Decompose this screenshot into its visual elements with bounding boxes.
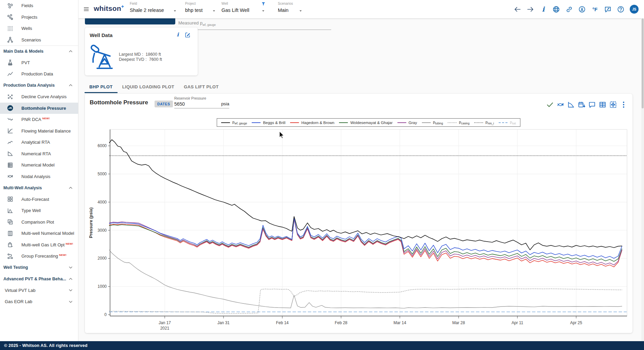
decline-plot-icon[interactable] [567,101,575,109]
legend-item-gray[interactable]: Gray [397,121,417,125]
sidebar-section-gas-eor-lab[interactable]: Gas EOR Lab [0,296,78,308]
reservoir-pressure-value[interactable]: 5650 [174,101,185,107]
caret-down-icon[interactable] [212,8,216,13]
legend-item-beggs-brill[interactable]: Beggs & Brill [252,121,285,125]
selector-value[interactable]: Shale 2 release [130,7,164,13]
sidebar-item-group-forecasting[interactable]: Group ForecastingNEW! [0,250,78,262]
dates-button[interactable]: DATES [155,101,173,107]
sidebar-section-virtual-pvt-lab[interactable]: Virtual PVT Lab [0,285,78,296]
legend-item-p-tubing[interactable]: ptubing [422,120,443,125]
expand-icon[interactable] [609,101,617,109]
nodal-curves-icon[interactable] [556,101,565,109]
calendar-download-icon[interactable] [577,101,586,109]
sidebar-item-analytical-rta[interactable]: Analytical RTA [0,137,78,148]
svg-text:6000: 6000 [97,143,107,148]
legend-item-p-wf-gauge[interactable]: pwf, gauge [221,120,247,125]
globe-icon[interactable] [552,5,560,13]
measured-field-underline [178,30,331,30]
chart-legend[interactable]: pwf, gaugeBeggs & BrillHagedorn & BrownW… [217,118,520,127]
filter-icon[interactable] [261,1,266,6]
info-icon[interactable]: i [175,32,181,38]
legend-item-woldesemayat-ghajar[interactable]: Woldesemayat & Ghajar [339,121,392,125]
sidebar-item-auto-forecast[interactable]: Auto-Forecast [0,194,78,205]
sidebar-item-scenarios[interactable]: Scenarios [0,34,78,46]
sidebar-item-wells[interactable]: Wells [0,23,78,34]
sidebar-item-numerical-rta[interactable]: Numerical RTA [0,148,78,160]
sidebar-item-pvt[interactable]: PVT [0,57,78,69]
chevron-down-icon[interactable] [68,299,73,304]
scrollbar-thumb[interactable] [642,18,644,108]
forward-arrow-icon[interactable] [526,5,534,13]
svg-text:5000: 5000 [97,172,107,176]
sidebar-section-well-testing[interactable]: Well Testing [0,262,78,274]
sidebar-section-multi-well-analysis[interactable]: Multi-Well Analysis [0,182,78,194]
sidebar-item-decline-curve-analysis[interactable]: Decline Curve Analysis [0,91,78,103]
comment-icon[interactable] [588,101,596,109]
chevron-down-icon[interactable] [68,287,73,293]
sidebar-item-multi-well-gas-lift-opt[interactable]: Multi-well Gas Lift OptNEW! [0,239,78,251]
sidebar-section-advanced-pvt-phase-beha[interactable]: Advanced PVT & Phase Beha... [0,273,78,285]
legend-item-hagedorn-brown[interactable]: Hagedorn & Brown [290,121,334,125]
kebab-icon[interactable] [620,101,628,109]
auto-forecast-icon [7,196,14,203]
selector-project[interactable]: Projectbhp test [185,0,216,18]
chevron-up-icon[interactable] [68,83,73,88]
tab-liquid-loading-plot[interactable]: LIQUID LOADING PLOT [118,82,179,93]
tab-gas-lift-plot[interactable]: GAS LIFT PLOT [179,82,223,93]
sidebar-section-production-data-analysis[interactable]: Production Data Analysis [0,80,78,91]
selector-field[interactable]: FieldShale 2 release [130,0,177,18]
check-icon[interactable] [546,101,554,109]
chevron-up-icon[interactable] [68,185,73,191]
download-circle-icon[interactable] [578,5,586,13]
window-scrollbar[interactable] [641,18,644,341]
table-icon[interactable] [598,101,607,109]
deepest-tvd-row: Deepest TVD : 7600 ft [119,57,162,62]
sidebar-item-bottomhole-pressure[interactable]: Bottomhole Pressure [0,103,78,114]
selector-value[interactable]: Gas Lift Well [221,7,249,13]
pumpjack-icon [89,45,116,71]
tab-bhp-plot[interactable]: BHP PLOT [85,82,118,93]
menu-button[interactable] [83,6,90,13]
info-italic-icon[interactable]: i [539,5,547,13]
caret-down-icon[interactable] [173,8,177,13]
chevron-up-icon[interactable] [68,276,73,282]
sidebar-item-comparison-plot[interactable]: Comparison Plot [0,216,78,228]
svg-text:2021: 2021 [160,326,169,331]
legend-item-p-casing[interactable]: pcasing [448,120,469,125]
decline-curve-icon [7,93,14,100]
fahrenheit-icon[interactable]: °F [591,5,599,13]
selector-value[interactable]: Main [278,7,288,13]
sidebar-item-production-data[interactable]: Production Data [0,68,78,80]
selector-value[interactable]: bhp test [185,7,203,13]
selector-scenarios[interactable]: ScenariosMain [278,0,303,18]
help-icon[interactable] [617,5,625,13]
bhp-plot-card: Bottomhole Pressure DATES Reservoir Pres… [85,94,632,333]
caret-down-icon[interactable] [298,8,303,13]
measured-pwf-field[interactable]: Measured pwf, gauge [178,20,216,27]
legend-item-p-res-i[interactable]: pres_i [474,120,494,125]
sidebar-item-projects[interactable]: Projects [0,12,78,23]
back-arrow-icon[interactable] [514,5,521,13]
feedback-icon[interactable] [604,5,612,13]
legend-item-p-sat[interactable]: psat [499,120,516,125]
reservoir-pressure-field[interactable]: Reservoir Pressure 5650 psia [174,96,229,108]
scrolled-button-remnant[interactable] [85,18,175,24]
sidebar-label: Main Data & Models [3,49,43,54]
pvt-icon [7,59,14,66]
link-icon[interactable] [565,5,573,13]
caret-down-icon[interactable] [261,8,266,13]
sidebar-item-type-well[interactable]: Type Well [0,205,78,216]
sidebar-item-fields[interactable]: Fields [0,0,78,12]
sidebar-item-pnr-dca[interactable]: PNR DCANEW! [0,114,78,125]
user-avatar[interactable]: JS [630,5,639,14]
edit-icon[interactable] [184,32,191,38]
sidebar-item-numerical-model[interactable]: Numerical Model [0,159,78,171]
sidebar-item-flowing-material-balance[interactable]: Flowing Material Balance [0,125,78,137]
selector-well[interactable]: WellGas Lift Well [221,0,266,18]
chart-area[interactable]: 0100020003000400050006000Jan 172021Jan 3… [85,114,632,332]
chevron-up-icon[interactable] [68,49,73,54]
sidebar-item-nodal-analysis[interactable]: Nodal Analysis [0,171,78,182]
chevron-down-icon[interactable] [68,265,73,270]
sidebar-item-multi-well-numerical-model[interactable]: Multi-well Numerical Model [0,228,78,239]
sidebar-section-main-data-models[interactable]: Main Data & Models [0,46,78,57]
